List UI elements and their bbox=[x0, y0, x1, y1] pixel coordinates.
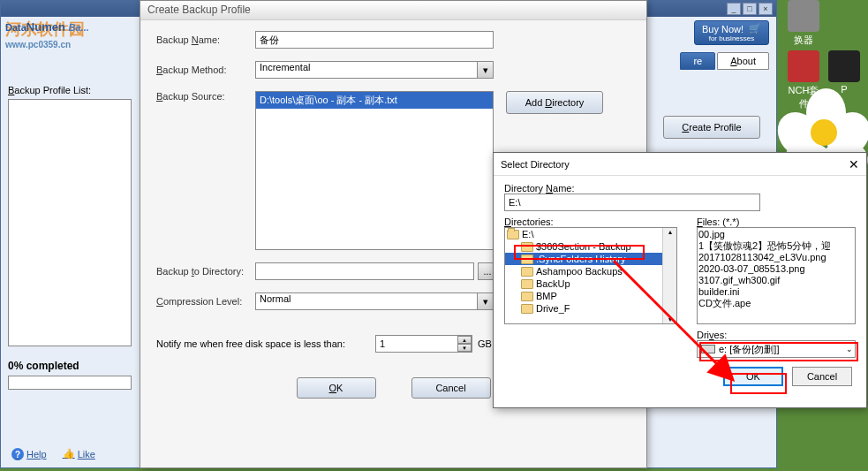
progress-label: 0% completed bbox=[8, 360, 132, 372]
watermark-url: www.pc0359.cn bbox=[5, 40, 138, 49]
select-dir-title: Select Directory bbox=[501, 159, 570, 170]
backup-method-select[interactable]: Incremental ▾ bbox=[255, 61, 494, 79]
file-item[interactable]: 2020-03-07_085513.png bbox=[698, 263, 854, 275]
desktop-icon-nch[interactable]: NCH套件 bbox=[785, 50, 822, 110]
chevron-down-icon: ▾ bbox=[477, 62, 493, 78]
like-link[interactable]: 👍Like bbox=[63, 448, 95, 460]
drive-icon bbox=[701, 345, 715, 353]
backup-to-dir-label: Backup to Directory: bbox=[156, 266, 255, 277]
profile-list-label: Backup Profile List: bbox=[8, 85, 91, 95]
add-directory-button[interactable]: Add Directory bbox=[506, 91, 603, 114]
folder-icon bbox=[521, 254, 533, 264]
dialog-title: Create Backup Profile bbox=[140, 1, 646, 20]
dialog-cancel-button[interactable]: Cancel bbox=[411, 377, 491, 399]
files-list[interactable]: 00.jpg 1【笑傲惊魂2】恐怖5分钟，迎 20171028113042_eL… bbox=[697, 227, 856, 324]
drives-label: Drives: bbox=[697, 330, 856, 340]
dir-name-label: Directory Name: bbox=[504, 183, 856, 194]
select-dir-ok-button[interactable]: OK bbox=[723, 367, 783, 386]
tree-item[interactable]: BMP bbox=[505, 290, 676, 302]
tree-item[interactable]: BackUp bbox=[505, 277, 676, 290]
tree-scrollbar[interactable]: ▴▾ bbox=[662, 228, 676, 323]
spinner-down[interactable]: ▼ bbox=[457, 344, 472, 352]
dir-name-input[interactable] bbox=[504, 194, 760, 211]
buy-now-button[interactable]: Buy Now! 🛒 for businesses bbox=[694, 20, 769, 45]
compression-select[interactable]: Normal ▾ bbox=[255, 292, 494, 310]
tree-item-selected[interactable]: .SyncFolders History bbox=[505, 253, 676, 265]
tree-item[interactable]: $360Section - Backup bbox=[505, 240, 676, 253]
file-item[interactable]: CD文件.ape bbox=[698, 298, 854, 309]
compression-label: Compression Level: bbox=[156, 296, 255, 307]
select-directory-dialog: Select Directory ✕ Directory Name: Direc… bbox=[493, 152, 867, 408]
tree-item[interactable]: Ashampoo Backups bbox=[505, 265, 676, 277]
notify-unit: GB bbox=[478, 338, 492, 349]
tab-row: re About bbox=[678, 52, 769, 70]
help-icon: ? bbox=[11, 448, 24, 460]
like-icon: 👍 bbox=[63, 448, 75, 460]
directories-label: Directories: bbox=[504, 217, 688, 227]
backup-method-label: Backup Method: bbox=[156, 65, 255, 75]
bottom-links: ?Help 👍Like bbox=[11, 448, 95, 460]
profile-list[interactable] bbox=[8, 99, 132, 346]
file-item[interactable]: 1【笑傲惊魂2】恐怖5分钟，迎 bbox=[698, 240, 854, 252]
folder-icon bbox=[521, 292, 533, 301]
drives-select[interactable]: e: [备份[勿删]] ⌄ bbox=[697, 340, 856, 358]
file-item[interactable]: builder.ini bbox=[698, 286, 854, 298]
chevron-down-icon: ▾ bbox=[477, 293, 493, 309]
chevron-down-icon: ⌄ bbox=[846, 345, 853, 353]
file-item[interactable]: 20171028113042_eL3Vu.png bbox=[698, 252, 854, 263]
backup-source-label: Backup Source: bbox=[156, 91, 255, 102]
spinner-up[interactable]: ▲ bbox=[457, 336, 472, 344]
select-dir-close-button[interactable]: ✕ bbox=[849, 157, 859, 171]
left-panel: Backup Profile List: 0% completed bbox=[8, 85, 132, 390]
source-item[interactable]: D:\tools\桌面\oo - 副本 - 副本.txt bbox=[256, 92, 493, 109]
desktop-icons: 换器 NCH套件 P bbox=[785, 0, 864, 110]
folder-icon bbox=[521, 279, 533, 289]
tab-re[interactable]: re bbox=[680, 52, 715, 70]
top-button-row: Buy Now! 🛒 for businesses bbox=[694, 20, 769, 45]
progress-bar bbox=[8, 376, 132, 390]
help-link[interactable]: ?Help bbox=[11, 448, 47, 460]
maximize-button[interactable]: □ bbox=[743, 3, 757, 15]
select-dir-title-bar: Select Directory ✕ bbox=[494, 153, 866, 176]
tree-item[interactable]: Drive_F bbox=[505, 302, 676, 315]
tree-root[interactable]: E:\ bbox=[505, 228, 676, 240]
minimize-button[interactable]: _ bbox=[727, 3, 741, 15]
desktop-icon-1[interactable]: 换器 bbox=[785, 0, 822, 47]
close-button[interactable]: × bbox=[759, 3, 773, 15]
select-dir-cancel-button[interactable]: Cancel bbox=[792, 367, 852, 386]
dialog-ok-button[interactable]: OK bbox=[297, 377, 376, 399]
tab-about[interactable]: About bbox=[717, 52, 769, 70]
folder-icon bbox=[521, 242, 533, 252]
file-item[interactable]: 00.jpg bbox=[698, 229, 854, 240]
file-item[interactable]: 3107.gif_wh300.gif bbox=[698, 275, 854, 286]
directory-tree[interactable]: E:\ $360Section - Backup .SyncFolders Hi… bbox=[504, 227, 677, 324]
backup-name-input[interactable] bbox=[255, 31, 494, 49]
folder-icon bbox=[521, 304, 533, 314]
backup-source-list[interactable]: D:\tools\桌面\oo - 副本 - 副本.txt bbox=[255, 91, 494, 250]
folder-icon bbox=[521, 267, 533, 277]
files-label: Files: (*.*) bbox=[697, 217, 856, 227]
cart-icon: 🛒 bbox=[749, 23, 761, 34]
disk-space-spinner[interactable]: 1 ▲▼ bbox=[375, 335, 472, 353]
notify-label: Notify me when free disk space is less t… bbox=[156, 338, 375, 349]
app-logo: 河东软件园 DataNumen Ba... www.pc0359.cn bbox=[5, 19, 138, 54]
backup-to-dir-input[interactable] bbox=[255, 262, 474, 280]
backup-name-label: Backup Name: bbox=[156, 34, 255, 45]
desktop-icon-p[interactable]: P bbox=[826, 50, 863, 110]
folder-open-icon bbox=[507, 230, 519, 239]
create-profile-button[interactable]: Create Profile bbox=[663, 116, 760, 139]
